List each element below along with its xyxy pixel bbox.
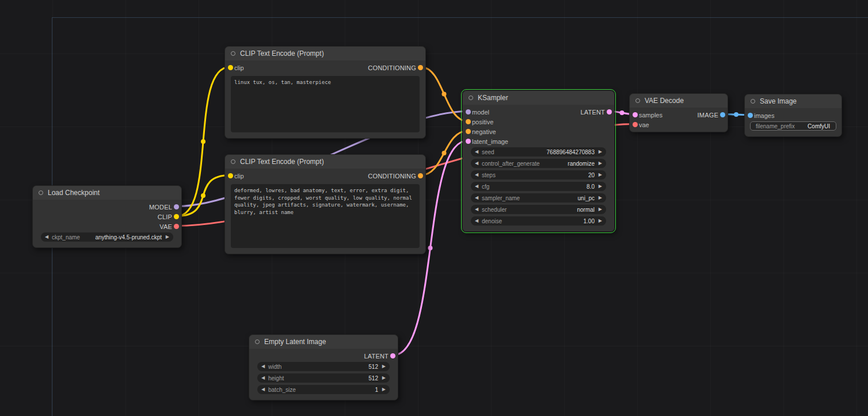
- node-save-image[interactable]: Save Image images filename_prefix ComfyU…: [744, 94, 842, 137]
- slot-row: clip CONDITIONING: [225, 63, 425, 72]
- node-collapse-dot-icon[interactable]: [39, 190, 43, 195]
- slot-vae-output-dot[interactable]: [174, 224, 179, 229]
- node-titlebar[interactable]: Load Checkpoint: [33, 186, 181, 200]
- increment-arrow-icon[interactable]: ▶: [380, 385, 386, 394]
- widget-name: denoise: [482, 218, 502, 224]
- widget-control-after-generate[interactable]: ◀ control_after_generate randomize ▶: [471, 159, 606, 168]
- slot-images-input-dot[interactable]: [748, 113, 753, 118]
- node-collapse-dot-icon[interactable]: [255, 339, 260, 344]
- slot-negative-input-dot[interactable]: [466, 129, 471, 134]
- widget-value: 1: [375, 387, 378, 393]
- slot-vae-input-dot[interactable]: [633, 122, 638, 127]
- slot-positive-input-dot[interactable]: [466, 119, 471, 124]
- slot-latent-output-dot[interactable]: [607, 109, 612, 115]
- widget-batch-size[interactable]: ◀ batch_size 1 ▶: [257, 385, 390, 394]
- widget-ckpt-name[interactable]: ◀ ckpt_name anything-v4.5-pruned.ckpt ▶: [41, 232, 173, 242]
- node-collapse-dot-icon[interactable]: [231, 159, 235, 164]
- node-load-checkpoint[interactable]: Load Checkpoint MODEL CLIP VAE ◀ ckpt_na…: [32, 185, 182, 248]
- decrement-arrow-icon[interactable]: ◀: [45, 232, 51, 242]
- node-titlebar[interactable]: CLIP Text Encode (Prompt): [225, 155, 425, 169]
- slot-row: latent_image: [463, 136, 614, 146]
- slot-model-label: model: [472, 109, 489, 116]
- slot-conditioning-output-dot[interactable]: [418, 173, 423, 178]
- decrement-arrow-icon[interactable]: ◀: [261, 362, 267, 371]
- node-titlebar[interactable]: Empty Latent Image: [249, 335, 398, 349]
- node-collapse-dot-icon[interactable]: [635, 98, 640, 103]
- slot-clip-input-dot[interactable]: [228, 65, 233, 70]
- decrement-arrow-icon[interactable]: ◀: [475, 159, 481, 168]
- widget-seed[interactable]: ◀ seed 768896484270883 ▶: [471, 147, 606, 157]
- link-midpoint-dot: [428, 246, 433, 250]
- node-title: CLIP Text Encode (Prompt): [240, 49, 324, 58]
- slot-row: vae: [630, 120, 728, 129]
- increment-arrow-icon[interactable]: ▶: [163, 232, 169, 242]
- widget-width[interactable]: ◀ width 512 ▶: [257, 362, 390, 371]
- widget-cfg[interactable]: ◀ cfg 8.0 ▶: [471, 182, 606, 191]
- slot-model-input-dot[interactable]: [466, 109, 471, 115]
- slot-vae-label: VAE: [159, 223, 172, 230]
- node-collapse-dot-icon[interactable]: [231, 51, 235, 56]
- node-clip-text-encode-negative[interactable]: CLIP Text Encode (Prompt) clip CONDITION…: [224, 154, 426, 254]
- widget-scheduler[interactable]: ◀ scheduler normal ▶: [471, 205, 606, 214]
- widget-value: 512: [368, 375, 378, 381]
- slot-image-label: IMAGE: [698, 112, 718, 119]
- widget-value: ComfyUI: [808, 123, 830, 129]
- increment-arrow-icon[interactable]: ▶: [380, 362, 386, 371]
- decrement-arrow-icon[interactable]: ◀: [475, 147, 481, 157]
- increment-arrow-icon[interactable]: ▶: [596, 182, 602, 191]
- increment-arrow-icon[interactable]: ▶: [596, 205, 602, 214]
- slot-latent-label: LATENT: [580, 109, 605, 116]
- widget-value: 8.0: [587, 184, 595, 190]
- slot-row: CLIP: [33, 212, 181, 222]
- node-titlebar[interactable]: VAE Decode: [630, 94, 728, 108]
- widget-sampler-name[interactable]: ◀ sampler_name uni_pc ▶: [471, 193, 606, 203]
- widget-height[interactable]: ◀ height 512 ▶: [257, 373, 390, 383]
- slot-vae-label: vae: [639, 121, 649, 128]
- increment-arrow-icon[interactable]: ▶: [596, 193, 602, 203]
- slot-clip-output-dot[interactable]: [174, 214, 179, 219]
- positive-prompt-textarea[interactable]: linux tux, os, tan, masterpiece: [231, 76, 420, 132]
- node-empty-latent-image[interactable]: Empty Latent Image LATENT ◀ width 512 ▶ …: [249, 334, 398, 400]
- slot-model-output-dot[interactable]: [174, 204, 179, 209]
- slot-image-output-dot[interactable]: [720, 112, 725, 117]
- widget-name: seed: [482, 149, 494, 155]
- decrement-arrow-icon[interactable]: ◀: [261, 385, 267, 394]
- slot-samples-input-dot[interactable]: [633, 112, 638, 117]
- slot-conditioning-output-dot[interactable]: [418, 65, 423, 70]
- node-graph-canvas[interactable]: Load Checkpoint MODEL CLIP VAE ◀ ckpt_na…: [0, 0, 868, 416]
- node-titlebar[interactable]: KSampler: [463, 91, 614, 105]
- increment-arrow-icon[interactable]: ▶: [596, 147, 602, 157]
- slot-row: MODEL: [33, 202, 181, 212]
- widget-denoise[interactable]: ◀ denoise 1.00 ▶: [471, 216, 606, 226]
- node-clip-text-encode-positive[interactable]: CLIP Text Encode (Prompt) clip CONDITION…: [224, 46, 426, 139]
- slot-latent-image-input-dot[interactable]: [466, 139, 471, 144]
- decrement-arrow-icon[interactable]: ◀: [475, 170, 481, 180]
- link-midpoint-dot: [734, 112, 738, 117]
- node-vae-decode[interactable]: VAE Decode samples IMAGE vae: [629, 93, 728, 132]
- node-titlebar[interactable]: CLIP Text Encode (Prompt): [225, 47, 425, 60]
- increment-arrow-icon[interactable]: ▶: [596, 170, 602, 180]
- widget-value: 20: [588, 172, 595, 178]
- decrement-arrow-icon[interactable]: ◀: [475, 205, 481, 214]
- node-collapse-dot-icon[interactable]: [751, 99, 755, 104]
- node-collapse-dot-icon[interactable]: [469, 96, 473, 100]
- widget-steps[interactable]: ◀ steps 20 ▶: [471, 170, 606, 180]
- link-midpoint-dot: [201, 139, 205, 144]
- widget-filename-prefix[interactable]: filename_prefix ComfyUI: [750, 121, 836, 131]
- increment-arrow-icon[interactable]: ▶: [596, 159, 602, 168]
- node-title: VAE Decode: [645, 97, 684, 105]
- negative-prompt-textarea[interactable]: deformed, lowres, bad anatomy, text, err…: [231, 184, 420, 248]
- increment-arrow-icon[interactable]: ▶: [380, 373, 386, 383]
- widget-name: width: [268, 364, 281, 370]
- widget-name: sampler_name: [482, 195, 520, 201]
- decrement-arrow-icon[interactable]: ◀: [475, 182, 481, 191]
- increment-arrow-icon[interactable]: ▶: [596, 216, 602, 226]
- node-ksampler[interactable]: KSampler model LATENT positive negative …: [462, 90, 615, 232]
- slot-clip-input-dot[interactable]: [228, 173, 233, 178]
- node-titlebar[interactable]: Save Image: [745, 94, 842, 108]
- decrement-arrow-icon[interactable]: ◀: [475, 193, 481, 203]
- slot-latent-output-dot[interactable]: [390, 353, 395, 358]
- decrement-arrow-icon[interactable]: ◀: [261, 373, 267, 383]
- widget-name: height: [268, 375, 284, 381]
- decrement-arrow-icon[interactable]: ◀: [475, 216, 481, 226]
